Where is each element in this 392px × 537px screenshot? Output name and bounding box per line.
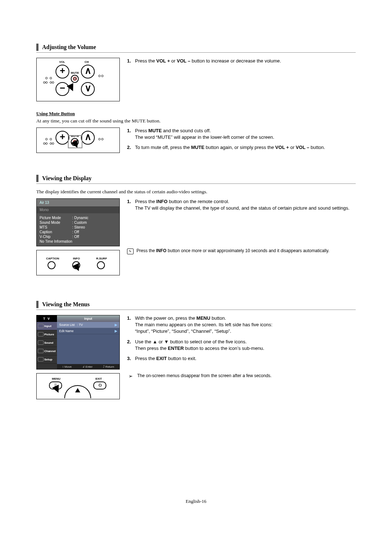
osd-row: V-Chip: Off	[40, 234, 117, 239]
step-item: 2. To turn mute off, press the MUTE butt…	[127, 144, 356, 151]
menu-side-item-picture: Picture	[37, 330, 57, 339]
chevron-right-icon: ▶	[115, 323, 117, 327]
step-number: 3.	[127, 355, 135, 362]
section-accent-bar	[36, 175, 38, 182]
osd-row: Sound Mode: Custom	[40, 220, 117, 225]
section-title: Viewing the Menus	[42, 301, 90, 308]
manual-page: Adjusting the Volume VOL CH + − ∧ ∨ MUTE…	[0, 0, 392, 537]
mute-label: MUTE	[71, 71, 79, 74]
note-text: The on-screen menus disappear from the s…	[137, 373, 271, 379]
note-icon: ✎	[127, 249, 134, 254]
osd-last-row: No Time Information	[40, 239, 117, 244]
remote-illustration-info: CAPTION INFO R.SURF	[36, 250, 120, 275]
dot-icon	[45, 81, 48, 84]
dot-icon	[98, 75, 101, 77]
section-header: Viewing the Display	[36, 175, 356, 184]
nav-up-icon	[75, 388, 80, 392]
step-number: 1.	[127, 128, 135, 141]
section-adjust-volume: Adjusting the Volume VOL CH + − ∧ ∨ MUTE…	[36, 44, 356, 157]
menu-side-item-input: Input	[37, 322, 57, 330]
menu-side-item-setup: Setup	[37, 355, 57, 364]
ch-up-button-icon: ∧	[81, 65, 95, 78]
picture-icon	[38, 332, 44, 336]
osd-row: MTS: Stereo	[40, 225, 117, 230]
dot-icon	[52, 142, 54, 145]
dot-icon	[45, 77, 48, 79]
vol-minus-button-icon: −	[56, 82, 69, 96]
section-title: Viewing the Display	[42, 175, 91, 182]
subsection-title: Using Mute Button	[36, 111, 356, 117]
ch-up-button-icon: ∧	[81, 131, 95, 145]
section-title: Adjusting the Volume	[42, 44, 96, 51]
menu-row-source-list: Source List : TV ▶	[57, 322, 119, 328]
osd-row: Caption: Off	[40, 230, 117, 234]
dot-icon	[50, 77, 52, 79]
step-text: With the power on, press the MENU button…	[135, 315, 273, 335]
osd-sound-header: Mono	[37, 206, 119, 213]
menu-main-title: Input	[57, 315, 119, 322]
caption-button-icon	[48, 261, 56, 269]
dot-icon	[101, 138, 103, 140]
arrow-right-icon: ➢	[127, 374, 134, 379]
note: ➢ The on-screen menus disappear from the…	[127, 373, 356, 379]
menu-tv-label: T V	[37, 315, 57, 322]
sound-icon	[38, 340, 44, 345]
highlight-box-icon	[68, 135, 82, 148]
step-text: Press the INFO button on the remote cont…	[135, 198, 350, 211]
step-number: 1.	[127, 315, 135, 335]
mute-button-icon: 🔇	[71, 75, 79, 83]
section-header: Viewing the Menus	[36, 301, 356, 310]
info-label: INFO	[73, 257, 80, 260]
ch-down-button-icon: ∨	[81, 82, 95, 96]
remote-illustration-volume: VOL CH + − ∧ ∨ MUTE 🔇	[36, 58, 120, 101]
step-item: 2. Use the ▲ or ▼ button to select one o…	[127, 339, 356, 352]
section-header: Adjusting the Volume	[36, 44, 356, 53]
dot-icon	[45, 138, 48, 140]
osd-info-display: Air 13 Mono Picture Mode: Dynamic Sound …	[36, 198, 120, 246]
step-text: Press MUTE and the sound cuts off. The w…	[135, 128, 274, 141]
exit-label: EXIT	[95, 377, 102, 380]
page-number: English-16	[0, 498, 392, 504]
dot-icon	[45, 142, 48, 145]
section-accent-bar	[36, 44, 38, 51]
dot-icon	[98, 138, 101, 140]
dot-icon	[101, 75, 103, 77]
section-accent-bar	[36, 301, 38, 308]
menu-label: MENU	[52, 377, 61, 380]
intro-text: The display identifies the current chann…	[36, 189, 356, 195]
setup-icon	[38, 357, 44, 362]
input-icon	[38, 324, 44, 328]
step-item: 1. With the power on, press the MENU but…	[127, 315, 356, 335]
step-item: 3. Press the EXIT button to exit.	[127, 355, 356, 362]
osd-row: Picture Mode: Dynamic	[40, 215, 117, 220]
step-number: 2.	[127, 339, 135, 352]
menu-side-item-channel: Channel	[37, 347, 57, 355]
step-text: Use the ▲ or ▼ button to select one of t…	[135, 339, 264, 352]
ch-label: CH	[85, 60, 89, 64]
menu-footer: ↕ Move ↲ Enter ⤴ Return	[57, 364, 119, 369]
osd-channel: Air 13	[37, 199, 119, 206]
note: ✎ Press the INFO button once more or wai…	[127, 248, 356, 254]
step-item: 1. Press the VOL + or VOL – button to in…	[127, 58, 356, 64]
step-number: 1.	[127, 58, 135, 64]
remote-illustration-mute: + ∧ MUTE 🔇	[36, 128, 120, 153]
remote-illustration-menu: MENU EXIT ☰ ⏻	[36, 373, 120, 399]
dot-icon	[50, 138, 52, 140]
rsurf-button-icon	[97, 261, 105, 269]
vol-plus-button-icon: +	[56, 131, 69, 145]
dot-icon	[52, 81, 54, 84]
osd-menu-screenshot: T V Input Picture Sound Channel Setup In…	[36, 315, 120, 370]
vol-plus-button-icon: +	[56, 65, 69, 78]
section-viewing-menus: Viewing the Menus T V Input Picture Soun…	[36, 301, 356, 403]
intro-text: At any time, you can cut off the sound u…	[36, 118, 356, 124]
section-viewing-display: Viewing the Display The display identifi…	[36, 175, 356, 279]
menu-row-edit-name: Edit Name ▶	[57, 328, 119, 334]
step-text: Press the VOL + or VOL – button to incre…	[135, 58, 281, 64]
note-text: Press the INFO button once more or wait …	[136, 248, 329, 254]
step-item: 1. Press the INFO button on the remote c…	[127, 198, 356, 211]
step-text: To turn mute off, press the MUTE button …	[135, 144, 325, 151]
step-number: 2.	[127, 144, 135, 151]
step-item: 1. Press MUTE and the sound cuts off. Th…	[127, 128, 356, 141]
step-number: 1.	[127, 198, 135, 211]
step-text: Press the EXIT button to exit.	[135, 355, 196, 362]
